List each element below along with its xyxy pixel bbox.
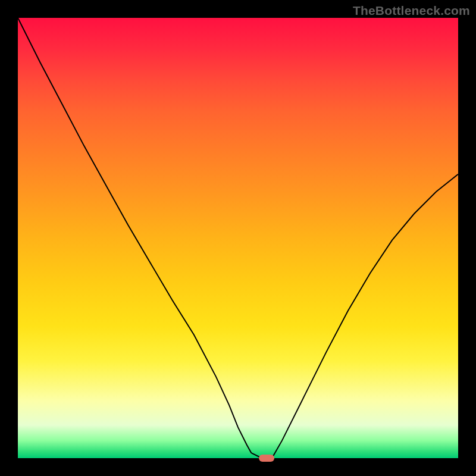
plot-area bbox=[18, 18, 458, 458]
plot-svg bbox=[18, 18, 458, 458]
minimum-marker bbox=[259, 455, 274, 462]
bottleneck-curve bbox=[18, 18, 458, 458]
watermark: TheBottleneck.com bbox=[353, 4, 470, 18]
chart-container: TheBottleneck.com bbox=[0, 0, 476, 476]
